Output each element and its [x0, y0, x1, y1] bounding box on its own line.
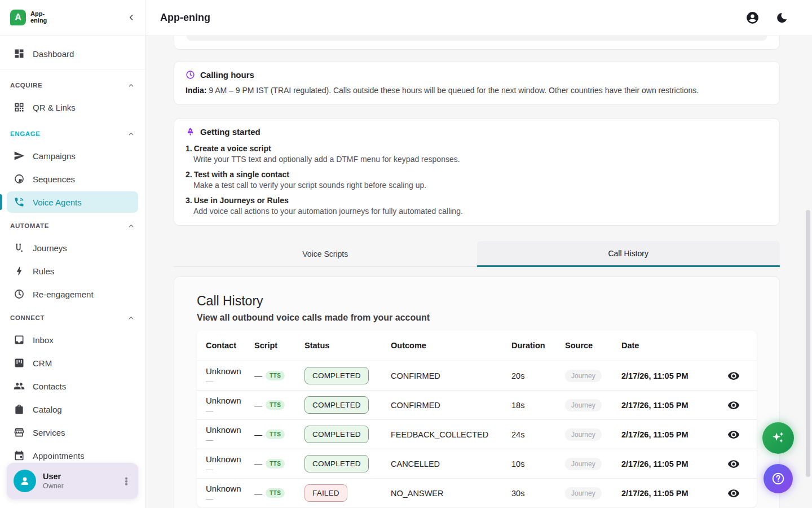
col-contact: Contact: [197, 341, 254, 350]
source-badge: Journey: [565, 487, 602, 500]
getting-started-title: Getting started: [200, 127, 261, 137]
call-history-subtitle: View all outbound voice calls made from …: [197, 313, 757, 323]
sidebar-item-rules[interactable]: Rules: [7, 260, 138, 282]
sidebar-item-qr-links[interactable]: QR & Links: [7, 97, 138, 118]
user-menu-kebab-icon[interactable]: •••: [121, 477, 131, 485]
col-status: Status: [304, 341, 391, 350]
qr-code-icon: [14, 102, 25, 113]
sidebar-nav: Dashboard ACQUIRE QR & Links ENGAGE Camp…: [0, 36, 145, 466]
inbox-icon: [14, 334, 25, 345]
tts-badge: TTS: [266, 400, 285, 410]
sidebar-item-label: QR & Links: [33, 103, 76, 112]
sidebar-item-journeys[interactable]: Journeys: [7, 237, 138, 259]
sidebar-item-catalog[interactable]: Catalog: [7, 398, 138, 420]
col-source: Source: [565, 341, 621, 350]
chevron-up-icon: [127, 222, 135, 230]
sidebar-item-label: Catalog: [33, 405, 62, 414]
sidebar-item-contacts[interactable]: Contacts: [7, 375, 138, 397]
tab-bar: Voice Scripts Call History: [174, 241, 780, 267]
table-row: Unknown— —TTS COMPLETED FEEDBACK_COLLECT…: [197, 419, 757, 449]
sidebar-item-label: Dashboard: [33, 49, 74, 59]
sidebar-section-acquire[interactable]: ACQUIRE: [7, 81, 138, 90]
sidebar-item-crm[interactable]: CRM: [7, 352, 138, 374]
chevron-up-icon: [127, 82, 135, 89]
scrolled-card-inner: [187, 36, 767, 41]
getting-started-step: 3.Use in Journeys or Rules Add voice cal…: [186, 196, 768, 216]
account-icon[interactable]: [745, 11, 760, 25]
call-history-table: Contact Script Status Outcome Duration S…: [197, 330, 757, 507]
sidebar-header: A App- ening: [0, 0, 145, 36]
view-call-eye-icon[interactable]: [727, 370, 740, 382]
col-outcome: Outcome: [391, 341, 511, 350]
table-row: Unknown— —TTS FAILED NO_ANSWER 30s Journ…: [197, 478, 757, 507]
phone-in-talk-icon: [14, 196, 25, 208]
divider: [0, 69, 145, 69]
getting-started-card: Getting started 1.Create a voice script …: [174, 118, 780, 226]
ai-assistant-button[interactable]: [762, 422, 794, 454]
vertical-scrollbar[interactable]: [806, 210, 810, 477]
sidebar-item-re-engagement[interactable]: Re-engagement: [7, 283, 138, 305]
help-button[interactable]: [764, 464, 793, 493]
sidebar-item-dashboard[interactable]: Dashboard: [7, 43, 138, 64]
brand-letter: A: [15, 12, 21, 23]
send-icon: [14, 150, 25, 161]
table-row: Unknown— —TTS COMPLETED CANCELLED 10s Jo…: [197, 449, 757, 478]
brand-name: App- ening: [30, 11, 47, 24]
tts-badge: TTS: [266, 488, 285, 498]
sparkles-icon: [770, 430, 786, 446]
view-call-eye-icon[interactable]: [727, 487, 740, 500]
kanban-icon: [14, 357, 25, 369]
chevron-up-icon: [127, 314, 135, 322]
sidebar-item-label: Campaigns: [33, 151, 76, 161]
tts-badge: TTS: [266, 371, 285, 380]
view-call-eye-icon[interactable]: [727, 399, 740, 411]
sidebar-item-services[interactable]: Services: [7, 422, 138, 443]
person-icon: [18, 474, 32, 488]
sidebar: A App- ening Dashboard ACQUIRE QR & Link…: [0, 0, 145, 508]
tts-badge: TTS: [266, 459, 285, 468]
sidebar-item-voice-agents[interactable]: Voice Agents: [7, 191, 138, 213]
sidebar-item-campaigns[interactable]: Campaigns: [7, 145, 138, 167]
status-badge: COMPLETED: [304, 455, 369, 472]
view-call-eye-icon[interactable]: [727, 458, 740, 470]
getting-started-step: 2.Test with a single contact Make a test…: [186, 170, 768, 190]
status-badge: COMPLETED: [304, 426, 369, 443]
scrolled-card-bottom: [174, 36, 780, 50]
view-call-eye-icon[interactable]: [727, 428, 740, 441]
user-name: User: [43, 472, 64, 481]
tts-badge: TTS: [266, 430, 285, 439]
sidebar-item-label: Appointments: [33, 451, 85, 461]
clock-icon: [186, 70, 195, 80]
table-header-row: Contact Script Status Outcome Duration S…: [197, 330, 757, 361]
tab-call-history[interactable]: Call History: [477, 241, 780, 267]
user-card[interactable]: User Owner •••: [7, 463, 138, 499]
status-badge: FAILED: [304, 484, 347, 502]
sidebar-section-connect[interactable]: CONNECT: [7, 313, 138, 322]
calling-hours-text: India: 9 AM – 9 PM IST (TRAI regulated).…: [186, 86, 768, 95]
storefront-icon: [14, 427, 25, 438]
bolt-icon: [14, 265, 25, 277]
source-badge: Journey: [565, 458, 602, 470]
sidebar-item-label: Contacts: [33, 382, 66, 391]
status-badge: COMPLETED: [304, 396, 369, 414]
sequence-icon: [14, 173, 25, 185]
sidebar-item-label: Journeys: [33, 243, 67, 253]
dark-mode-moon-icon[interactable]: [775, 11, 788, 24]
sidebar-collapse-icon[interactable]: [127, 13, 136, 22]
clock-icon: [14, 288, 25, 300]
sidebar-item-label: Inbox: [33, 335, 54, 345]
calling-hours-title: Calling hours: [200, 70, 254, 80]
sidebar-item-label: Services: [33, 428, 65, 437]
tab-voice-scripts[interactable]: Voice Scripts: [174, 241, 477, 267]
sidebar-item-sequences[interactable]: Sequences: [7, 168, 138, 190]
avatar: [14, 470, 36, 492]
sidebar-item-label: Sequences: [33, 174, 75, 184]
shopping-bag-icon: [14, 404, 25, 415]
call-history-title: Call History: [197, 294, 757, 309]
sidebar-item-inbox[interactable]: Inbox: [7, 329, 138, 351]
sidebar-section-automate[interactable]: AUTOMATE: [7, 221, 138, 230]
sidebar-section-engage[interactable]: ENGAGE: [7, 129, 138, 138]
people-icon: [14, 380, 25, 392]
calendar-icon: [14, 450, 25, 461]
route-icon: [14, 242, 25, 253]
